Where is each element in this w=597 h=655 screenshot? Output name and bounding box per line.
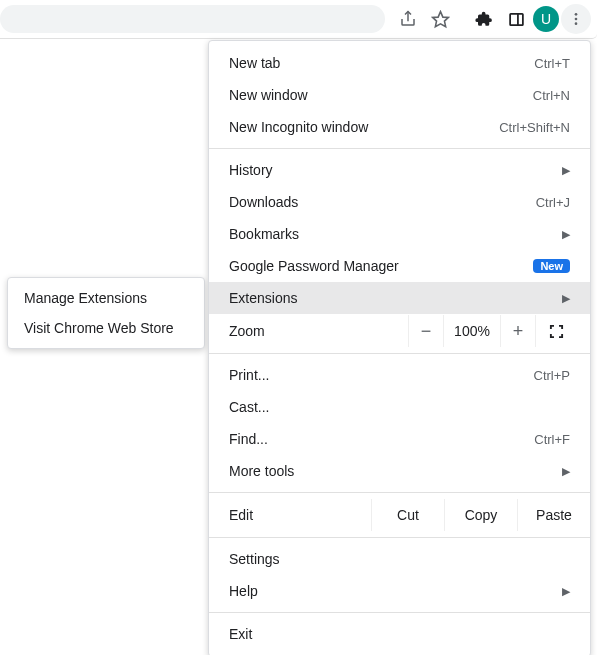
chevron-right-icon: ▶ [562,292,570,305]
extensions-item[interactable]: Extensions▶ [209,282,590,314]
history-item[interactable]: History▶ [209,154,590,186]
settings-item[interactable]: Settings [209,543,590,575]
menu-label: More tools [229,463,554,479]
visit-web-store-item[interactable]: Visit Chrome Web Store [8,313,204,343]
svg-marker-0 [432,11,448,26]
menu-label: Visit Chrome Web Store [24,320,188,336]
separator [209,353,590,354]
menu-label: Extensions [229,290,554,306]
separator [209,537,590,538]
menu-label: New tab [229,55,534,71]
side-panel-icon[interactable] [501,4,531,34]
shortcut: Ctrl+F [534,432,570,447]
chevron-right-icon: ▶ [562,228,570,241]
new-window-item[interactable]: New windowCtrl+N [209,79,590,111]
cut-button[interactable]: Cut [371,499,444,531]
new-badge: New [533,259,570,273]
exit-item[interactable]: Exit [209,618,590,650]
menu-label: Edit [229,507,371,523]
profile-avatar[interactable]: U [533,6,559,32]
bookmark-star-icon[interactable] [425,4,455,34]
menu-label: Bookmarks [229,226,554,242]
new-tab-item[interactable]: New tabCtrl+T [209,47,590,79]
separator [209,492,590,493]
copy-button[interactable]: Copy [444,499,517,531]
menu-label: Print... [229,367,534,383]
menu-label: Google Password Manager [229,258,523,274]
svg-point-3 [575,13,578,16]
kebab-menu-button[interactable] [561,4,591,34]
separator [209,612,590,613]
chevron-right-icon: ▶ [562,164,570,177]
menu-label: Downloads [229,194,536,210]
zoom-in-button[interactable]: + [500,315,535,347]
shortcut: Ctrl+Shift+N [499,120,570,135]
svg-point-5 [575,22,578,25]
extensions-puzzle-icon[interactable] [469,4,499,34]
extensions-submenu: Manage Extensions Visit Chrome Web Store [7,277,205,349]
svg-point-4 [575,18,578,21]
bookmarks-item[interactable]: Bookmarks▶ [209,218,590,250]
menu-label: History [229,162,554,178]
share-icon[interactable] [393,4,423,34]
menu-label: Settings [229,551,570,567]
browser-toolbar: U [0,0,597,39]
chevron-right-icon: ▶ [562,465,570,478]
chrome-main-menu: New tabCtrl+T New windowCtrl+N New Incog… [208,40,591,655]
cast-item[interactable]: Cast... [209,391,590,423]
menu-label: Manage Extensions [24,290,188,306]
menu-label: New Incognito window [229,119,499,135]
menu-label: Zoom [229,323,408,339]
find-item[interactable]: Find...Ctrl+F [209,423,590,455]
menu-label: Find... [229,431,534,447]
zoom-value: 100% [443,315,500,347]
avatar-letter: U [541,11,551,27]
edit-row: Edit Cut Copy Paste [209,498,590,532]
more-tools-item[interactable]: More tools▶ [209,455,590,487]
shortcut: Ctrl+T [534,56,570,71]
paste-button[interactable]: Paste [517,499,590,531]
fullscreen-button[interactable] [535,315,576,347]
help-item[interactable]: Help▶ [209,575,590,607]
menu-label: Exit [229,626,570,642]
separator [209,148,590,149]
chevron-right-icon: ▶ [562,585,570,598]
svg-rect-1 [510,13,523,24]
incognito-item[interactable]: New Incognito windowCtrl+Shift+N [209,111,590,143]
menu-label: New window [229,87,533,103]
menu-label: Cast... [229,399,570,415]
downloads-item[interactable]: DownloadsCtrl+J [209,186,590,218]
manage-extensions-item[interactable]: Manage Extensions [8,283,204,313]
menu-label: Help [229,583,554,599]
zoom-row: Zoom − 100% + [209,314,590,348]
zoom-out-button[interactable]: − [408,315,443,347]
shortcut: Ctrl+J [536,195,570,210]
password-manager-item[interactable]: Google Password ManagerNew [209,250,590,282]
shortcut: Ctrl+P [534,368,570,383]
address-bar[interactable] [0,5,385,33]
print-item[interactable]: Print...Ctrl+P [209,359,590,391]
shortcut: Ctrl+N [533,88,570,103]
